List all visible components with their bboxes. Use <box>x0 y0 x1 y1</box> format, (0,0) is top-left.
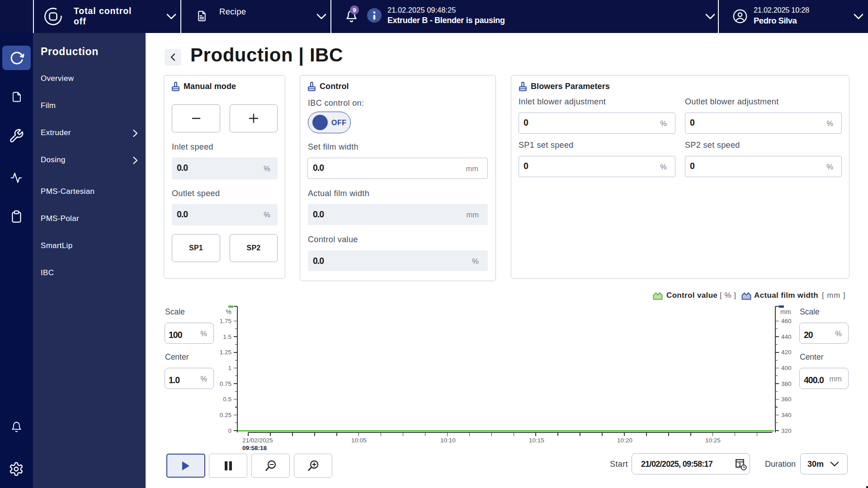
svg-text:400: 400 <box>781 365 792 371</box>
svg-text:1.75: 1.75 <box>220 318 231 324</box>
svg-text:1: 1 <box>738 462 741 467</box>
svg-text:420: 420 <box>781 349 792 356</box>
svg-text:09:58:18: 09:58:18 <box>242 445 267 451</box>
svg-text:10:10: 10:10 <box>440 437 456 444</box>
svg-text:320: 320 <box>781 427 792 434</box>
svg-text:1.25: 1.25 <box>220 349 231 356</box>
svg-text:10:15: 10:15 <box>529 437 544 444</box>
svg-text:440: 440 <box>781 333 792 340</box>
svg-text:10:25: 10:25 <box>705 437 721 444</box>
svg-text:0.5: 0.5 <box>223 396 231 403</box>
svg-text:1: 1 <box>228 365 231 371</box>
svg-text:0.75: 0.75 <box>220 380 231 387</box>
svg-text:340: 340 <box>781 412 792 418</box>
svg-text:10:20: 10:20 <box>617 437 632 444</box>
svg-text:mm: mm <box>780 308 791 315</box>
svg-text:%: % <box>226 308 231 315</box>
svg-text:360: 360 <box>781 396 792 403</box>
svg-text:21/02/2025: 21/02/2025 <box>242 437 273 444</box>
svg-text:10:05: 10:05 <box>351 437 367 444</box>
svg-text:0: 0 <box>228 427 231 434</box>
svg-text:380: 380 <box>781 380 792 387</box>
svg-text:1.5: 1.5 <box>223 333 231 340</box>
svg-text:460: 460 <box>781 318 792 324</box>
svg-text:0.25: 0.25 <box>220 412 231 418</box>
